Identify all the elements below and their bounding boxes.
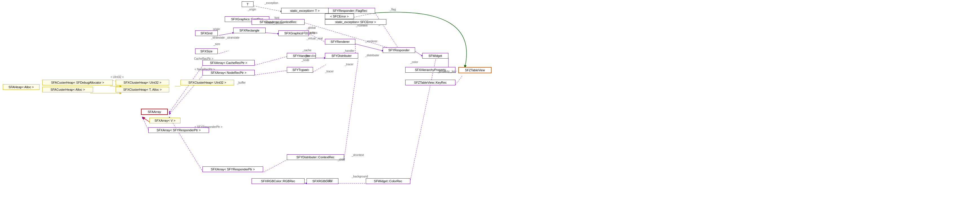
node-SFXRectangle: SFXRectangle (233, 28, 266, 33)
label-tracer-1: _tracer (345, 63, 353, 66)
label-virtual-real: _virtual _real (307, 37, 323, 40)
label-renderer: _renderer (365, 40, 377, 43)
label-color-2: _color (410, 60, 418, 63)
label-SFYResponderPtr: < SFYResponderPtr > (194, 125, 222, 128)
svg-line-23 (254, 6, 282, 11)
node-SFZTableView: SFZTableView (458, 67, 492, 73)
node-SFACusterHeap-alloc: SFACusterHeap< Alloc > (42, 87, 93, 92)
svg-line-33 (255, 70, 288, 75)
label-origin-2: _origin (212, 28, 220, 31)
label-cache: _cache (302, 49, 311, 52)
node-SFXClusterHeap-T: SFXClusterHeap< T, Alloc > (116, 87, 169, 92)
label-property-key: _property _key (438, 70, 456, 73)
node-SFYDistributer-ContextRec: SFYDistributer::ContextRec (287, 154, 344, 160)
label-color-1: _color (325, 179, 332, 182)
svg-line-22 (455, 76, 463, 85)
label-handler-2: _handler (305, 54, 316, 57)
svg-line-18 (375, 13, 399, 49)
label-stransiate: _stransiate _utransiate (211, 36, 239, 39)
node-SFXSize: SFXSize (195, 48, 218, 54)
svg-line-17 (355, 44, 383, 51)
label-graphics: _graphics (305, 31, 317, 34)
label-NodeRecPtr: < NodeRecPtr > (194, 68, 215, 71)
node-SFXArray-SFYResponderPtr-2: SFXArray< SFYResponderPtr > (202, 166, 263, 172)
label-child: _child (337, 158, 345, 161)
node-SFAArray: SFAArray (141, 109, 168, 115)
svg-line-28 (344, 59, 358, 159)
label-render-update: render_update (265, 21, 283, 24)
svg-line-6 (169, 65, 203, 112)
svg-line-32 (255, 56, 288, 65)
node-SFWidget: SFWidget (422, 53, 449, 59)
label-font: _font (273, 16, 279, 19)
node-SFCError: < SFCError > (325, 14, 354, 19)
node-SFXRGBColor: SFXRGBColor (307, 178, 339, 184)
label-global: _global (307, 26, 316, 29)
node-SFYResponder-FlagRec: SFYResponder::FlagRec (325, 8, 375, 14)
label-handler-1: _handler (344, 49, 355, 52)
label-CacheRecPtr: CacheRecPtr > (194, 57, 213, 60)
svg-line-31 (410, 59, 436, 180)
node-T: T (242, 2, 253, 7)
node-SFXClusterHeap-UInt32-1: SFXClusterHeap< UInt32 > (116, 80, 169, 86)
node-SFXRGBColor-RGBRec: SFXRGBColor::RGBRec (251, 178, 305, 184)
label-rcontext: _rcontext (356, 24, 368, 27)
node-static-exception-T: static_exception< T > (281, 8, 329, 14)
node-SFZTableView-KeyRec: SFZTableView::KeyRec (405, 80, 455, 86)
diagram-container: SFAHeap< Alloc > SFACusterHeap< SFDebugA… (0, 0, 980, 198)
label-buffer: _buffer (237, 81, 246, 84)
label-origin-1: _origin (248, 8, 256, 11)
label-node-1: _node (301, 59, 309, 62)
svg-line-11 (219, 51, 228, 54)
svg-line-25 (354, 13, 375, 17)
node-SFXArray-CacheRecPtr: SFXArray< CacheRecPtr > (202, 60, 255, 66)
node-static-exception-SFCError: static_exception< SFCError > (325, 19, 387, 25)
label-node-2: _node (301, 68, 309, 71)
node-SFYDistributer: SFYDistributer (325, 53, 358, 59)
node-SFXGrid: SFXGrid (195, 30, 218, 36)
diagram-arrows (0, 0, 980, 198)
svg-line-12 (265, 33, 279, 34)
label-size: _size (213, 43, 220, 46)
node-SFYRenderer: SFYRenderer (325, 39, 355, 44)
svg-line-19 (415, 51, 423, 56)
node-SFWidget-ColorRec: SFWidget::ColorRec (366, 178, 410, 184)
svg-line-15 (313, 65, 326, 72)
svg-line-10 (219, 33, 234, 35)
label-background: _background (352, 175, 368, 178)
node-SFXArray-V: SFXArray< V > (150, 118, 180, 124)
node-SFAHeap: SFAHeap< Alloc > (3, 84, 40, 90)
label-flag: _flag (390, 8, 396, 11)
node-SFACusterHeap-debug: SFACusterHeap< SFDebugAllocator > (42, 80, 113, 86)
label-tracer-2: _tracer (325, 70, 334, 73)
node-SFYResponder: SFYResponder (383, 48, 415, 53)
label-dcontext: _dcontext (352, 154, 364, 157)
svg-line-34 (264, 159, 288, 172)
node-SFXClusterHeap-UInt32-2: SFXClusterHeap< UInt32 > (180, 80, 234, 86)
label-exception: _exception (264, 2, 278, 5)
label-distributer: _distributer (365, 54, 379, 57)
label-UInt32: < UInt32 > (111, 76, 124, 79)
